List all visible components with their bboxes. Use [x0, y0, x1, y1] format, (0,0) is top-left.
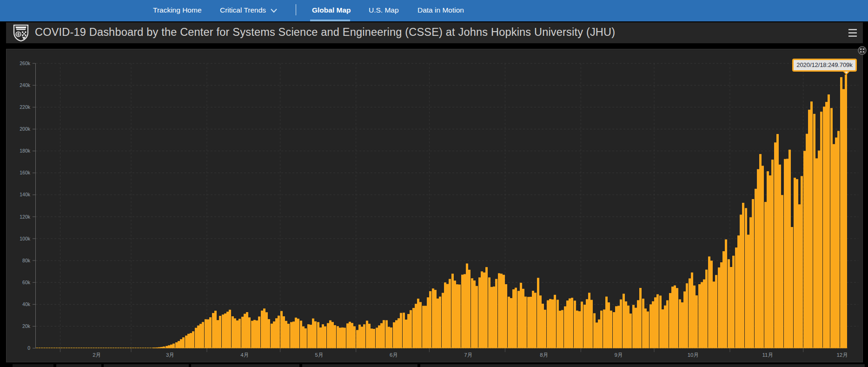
svg-text:140k: 140k — [20, 192, 31, 197]
svg-text:2月: 2月 — [93, 352, 101, 358]
svg-text:220k: 220k — [20, 104, 31, 110]
svg-text:160k: 160k — [20, 170, 31, 175]
svg-text:4月: 4月 — [240, 352, 249, 358]
svg-text:7月: 7月 — [464, 352, 472, 358]
svg-text:40k: 40k — [22, 301, 31, 307]
svg-text:9月: 9月 — [615, 352, 623, 358]
svg-text:6月: 6月 — [390, 352, 398, 358]
svg-text:8月: 8月 — [540, 352, 548, 358]
svg-text:120k: 120k — [20, 214, 31, 220]
svg-text:11月: 11月 — [762, 352, 773, 358]
svg-text:0: 0 — [27, 345, 30, 351]
svg-text:60k: 60k — [22, 280, 31, 285]
svg-text:10月: 10月 — [688, 352, 699, 358]
svg-text:100k: 100k — [20, 236, 31, 241]
svg-text:260k: 260k — [20, 60, 31, 66]
svg-text:200k: 200k — [20, 126, 31, 132]
svg-text:5月: 5月 — [315, 352, 324, 358]
svg-text:20k: 20k — [22, 323, 31, 329]
svg-text:240k: 240k — [20, 82, 31, 88]
svg-text:180k: 180k — [20, 148, 31, 153]
svg-text:3月: 3月 — [166, 352, 174, 358]
svg-text:12月: 12月 — [836, 352, 848, 358]
svg-text:80k: 80k — [22, 258, 31, 263]
